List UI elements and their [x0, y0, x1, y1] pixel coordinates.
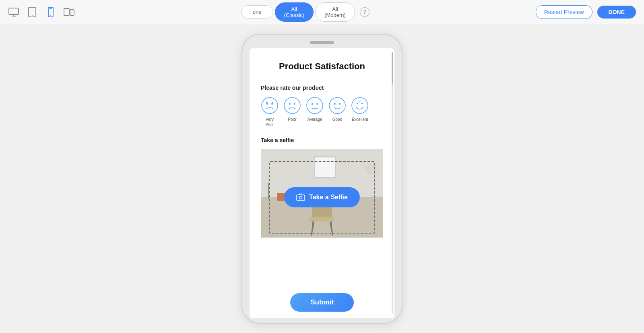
svg-point-18 — [289, 103, 291, 105]
survey-content: Product Satisfaction Please rate our pro… — [250, 48, 394, 318]
tab-one[interactable]: one — [241, 5, 273, 19]
svg-point-27 — [352, 97, 368, 114]
rating-very-poor[interactable]: VeryPoor — [261, 97, 279, 127]
split-icon[interactable] — [64, 6, 75, 18]
svg-point-22 — [316, 103, 318, 105]
svg-point-20 — [307, 97, 323, 114]
rating-poor[interactable]: Poor — [283, 97, 301, 127]
main-content: Product Satisfaction Please rate our pro… — [0, 24, 644, 333]
top-right-actions: Restart Preview DONE — [536, 5, 636, 19]
tab-all-classic[interactable]: All(Classic) — [275, 2, 314, 22]
submit-row: Submit — [250, 293, 394, 312]
selfie-label: Take a selfie — [261, 137, 383, 143]
svg-point-29 — [361, 103, 363, 104]
svg-point-10 — [262, 97, 278, 114]
rating-question: Please rate our product — [261, 85, 383, 91]
selfie-background: Take a Selfie — [261, 149, 383, 238]
svg-point-26 — [339, 103, 341, 105]
rating-label-poor: Poor — [288, 117, 296, 122]
svg-point-28 — [357, 103, 358, 104]
phone-screen: Product Satisfaction Please rate our pro… — [250, 48, 394, 318]
scroll-thumb — [392, 52, 393, 85]
rating-average[interactable]: Average — [306, 97, 324, 127]
rating-label-very-poor: VeryPoor — [265, 117, 274, 127]
svg-point-6 — [50, 15, 51, 16]
done-button[interactable]: DONE — [597, 6, 636, 19]
svg-point-19 — [294, 103, 295, 105]
selfie-dropzone[interactable]: Take a Selfie — [269, 161, 375, 234]
svg-point-25 — [334, 103, 336, 105]
rating-label-good: Good — [332, 117, 342, 122]
scroll-track[interactable] — [392, 52, 393, 314]
rating-options-row: VeryPoor Poor — [261, 97, 383, 127]
tablet-icon[interactable] — [27, 6, 38, 18]
svg-rect-36 — [297, 195, 305, 201]
take-selfie-button[interactable]: Take a Selfie — [284, 187, 360, 207]
camera-icon — [296, 193, 305, 202]
svg-point-37 — [299, 196, 302, 199]
tab-all-modern[interactable]: All(Modern) — [315, 2, 355, 22]
rating-excellent[interactable]: Excellent — [351, 97, 369, 127]
submit-button[interactable]: Submit — [290, 293, 354, 312]
svg-rect-8 — [64, 8, 69, 16]
svg-point-21 — [312, 103, 313, 105]
survey-title: Product Satisfaction — [261, 61, 383, 72]
desktop-icon[interactable] — [8, 6, 19, 18]
svg-point-4 — [32, 15, 33, 16]
rating-label-average: Average — [307, 117, 322, 122]
svg-point-24 — [329, 97, 345, 114]
svg-rect-0 — [9, 8, 19, 14]
view-tab-group: one All(Classic) All(Modern) ? — [241, 2, 369, 22]
rating-good[interactable]: Good — [328, 97, 346, 127]
svg-rect-9 — [70, 10, 74, 15]
svg-point-17 — [284, 97, 300, 114]
rating-section: Please rate our product — [261, 85, 383, 127]
top-bar: one All(Classic) All(Modern) ? Restart P… — [0, 0, 644, 24]
device-icon-group — [8, 6, 75, 18]
selfie-section: Take a selfie — [261, 137, 383, 238]
mobile-icon[interactable] — [45, 6, 56, 18]
phone-speaker — [310, 41, 334, 44]
rating-label-excellent: Excellent — [352, 117, 368, 122]
help-icon[interactable]: ? — [360, 7, 369, 17]
restart-preview-button[interactable]: Restart Preview — [536, 5, 592, 19]
phone-frame: Product Satisfaction Please rate our pro… — [242, 34, 402, 324]
